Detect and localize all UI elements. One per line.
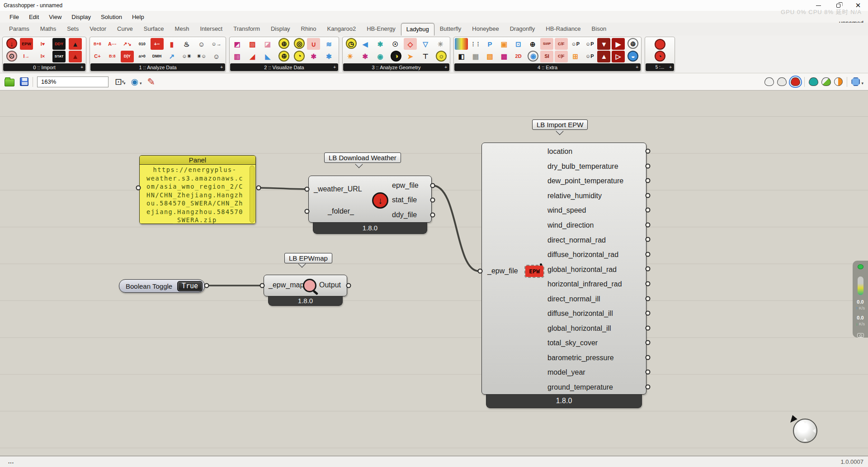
mass-arrows-icon[interactable]: ↗↘	[121, 38, 134, 50]
legend-param-icon[interactable]: P	[483, 38, 496, 50]
map-orange-icon[interactable]: ▧	[483, 51, 496, 62]
thermometer-file-icon[interactable]: ▮	[165, 38, 178, 50]
relative-humidity-jack[interactable]	[646, 193, 651, 198]
panel-input-jack[interactable]	[136, 186, 141, 191]
sketch-tool-icon[interactable]: ✎	[147, 76, 156, 87]
preview-eye-icon[interactable]: ◉	[131, 76, 138, 87]
camera-icon[interactable]	[857, 333, 864, 338]
menu-solution[interactable]: Solution	[96, 11, 127, 23]
ddy-file-jack[interactable]	[430, 213, 435, 218]
comfort-person-icon[interactable]: ☺	[210, 51, 223, 62]
split-data-icon[interactable]: B:8	[106, 51, 119, 62]
sun-orange-icon[interactable]: ☀	[344, 51, 357, 62]
dew-point-temperature-jack[interactable]	[646, 178, 651, 183]
tab-hb-radiance[interactable]: HB-Radiance	[540, 23, 586, 35]
human-radial-icon[interactable]: ☉	[389, 38, 402, 50]
folder-download-icon[interactable]: ▼	[597, 38, 610, 50]
tab-curve[interactable]: Curve	[112, 23, 138, 35]
import-mountain-icon[interactable]: ▲	[69, 51, 82, 62]
math-ops-icon[interactable]: +−	[151, 38, 164, 50]
tab-ladybug[interactable]: Ladybug	[401, 23, 434, 36]
comfort-sit-icon[interactable]: ☺	[195, 38, 208, 50]
c-f-2-icon[interactable]: C|F	[555, 51, 568, 62]
selection-octagon-icon[interactable]	[851, 77, 860, 86]
tab-mesh[interactable]: Mesh	[170, 23, 195, 35]
arrows-color-icon[interactable]: ✱	[374, 38, 387, 50]
sync-target-icon[interactable]: ⊕	[627, 38, 638, 49]
tab-bison[interactable]: Bison	[586, 23, 612, 35]
person-p-2-icon[interactable]: ☺P	[583, 51, 596, 62]
dmh-icon[interactable]: DMH	[151, 51, 164, 62]
circles-stack-icon[interactable]: ⊕	[278, 51, 289, 62]
c-plus-icon[interactable]: C+	[91, 51, 104, 62]
gradient-legend-icon[interactable]	[455, 38, 468, 50]
shade-ball-icon[interactable]: ◑	[391, 51, 401, 62]
two-d-icon[interactable]: 2D	[512, 51, 525, 62]
sun-white-icon[interactable]: ☀	[434, 38, 447, 50]
toolbar-group-label[interactable]: 5 :...+	[646, 63, 674, 71]
zoom-extents-dropdown-icon[interactable]: ▾	[123, 81, 126, 86]
folder-upload-icon[interactable]: ▲	[597, 51, 610, 62]
tab-intersect[interactable]: Intersect	[194, 23, 228, 35]
day-split-icon[interactable]: D|Y	[121, 51, 134, 62]
folder-open-icon[interactable]: ▶	[612, 38, 625, 50]
preview-mode-docked-icon[interactable]	[764, 77, 774, 86]
panel-url-text[interactable]: https://energyplus-weather.s3.amazonaws.…	[140, 165, 255, 224]
total-sky-cover-jack[interactable]	[646, 340, 651, 345]
sunpath-clock-icon[interactable]: ◷	[346, 38, 357, 49]
view-cone-icon[interactable]: ◀	[359, 38, 372, 50]
c-f-icon[interactable]: C/F	[555, 38, 568, 50]
zoom-level-input[interactable]	[38, 78, 122, 86]
dry-bulb-temperature-jack[interactable]	[646, 163, 651, 168]
save-file-icon[interactable]	[20, 77, 28, 86]
tab-honeybee[interactable]: Honeybee	[467, 23, 504, 35]
menu-view[interactable]: View	[44, 11, 66, 23]
toolbar-group-label[interactable]: 1 :: Analyze Data+	[90, 63, 225, 71]
zoom-extents-icon[interactable]: ⊡	[115, 76, 122, 87]
ladybug-half-icon[interactable]: ◔	[655, 51, 665, 62]
wire-panel-to-weather-url[interactable]	[259, 188, 306, 189]
expand-group-icon[interactable]: +	[333, 65, 336, 70]
epw-map-jack[interactable]	[260, 283, 265, 288]
panel-output-jack[interactable]	[256, 186, 261, 191]
horizontal-infrared-rad-jack[interactable]	[646, 281, 651, 286]
curve-hatch-icon[interactable]: ∪	[307, 38, 320, 50]
navigation-trackball[interactable]	[793, 419, 817, 443]
import-i-x-ny-icon[interactable]: I×	[36, 51, 49, 62]
pv-stand-icon[interactable]: ⊤	[419, 51, 432, 62]
sun-rays-icon[interactable]: ☼	[436, 51, 447, 62]
import-i-to-ny-icon[interactable]: I→	[20, 51, 33, 62]
map-preview-icon[interactable]: ▣	[498, 38, 511, 50]
bar-chart-icon[interactable]: ▥	[231, 51, 244, 62]
comfort-chair-icon[interactable]: ♨	[180, 38, 193, 50]
import-i-heart-ny-icon[interactable]: I♥	[36, 38, 49, 50]
circles-add-icon[interactable]: ⊕	[278, 38, 289, 49]
panel-component[interactable]: Panel https://energyplus-weather.s3.amaz…	[139, 155, 256, 224]
toolbar-group-label[interactable]: 3 :: Analyze Geometry+	[343, 63, 449, 71]
global-horizontal-rad-jack[interactable]	[646, 267, 651, 272]
comfort-arrows-icon[interactable]: ☺→	[210, 38, 223, 50]
assemble-data-icon[interactable]: A⋯	[106, 38, 119, 50]
epw-file-input-jack[interactable]	[478, 269, 483, 274]
tab-rhino[interactable]: Rhino	[296, 23, 322, 35]
download-weather-icon[interactable]: ↓	[6, 38, 17, 49]
si-ip-2-icon[interactable]: SI	[540, 51, 553, 62]
preview-mode-wireframe-icon[interactable]	[777, 77, 787, 86]
binary-data-icon[interactable]: 010	[136, 38, 149, 50]
toggle-bw-icon[interactable]: ◧	[455, 51, 468, 62]
capture-target-icon[interactable]: ⊕	[526, 38, 539, 50]
location-jack[interactable]	[646, 149, 651, 154]
slope-red-icon[interactable]: ◢	[246, 51, 259, 62]
add-subhourly-icon[interactable]: B+8	[91, 38, 104, 50]
person-p-icon[interactable]: ☺P	[569, 38, 582, 50]
tab-vector[interactable]: Vector	[84, 23, 112, 35]
tab-kangaroo2[interactable]: Kangaroo2	[322, 23, 362, 35]
import-stat-x-icon[interactable]: ▲	[69, 38, 82, 50]
tab-transform[interactable]: Transform	[228, 23, 265, 35]
panel-scrollbar[interactable]	[250, 166, 255, 223]
expand-group-icon[interactable]: +	[80, 65, 83, 70]
comfort-sun-icon[interactable]: ☺☀	[180, 51, 193, 62]
blue-curve-icon[interactable]: ↗	[165, 51, 178, 62]
color-grid-icon[interactable]: ▩	[498, 51, 511, 62]
preview-mode-shaded-icon[interactable]	[791, 77, 800, 86]
